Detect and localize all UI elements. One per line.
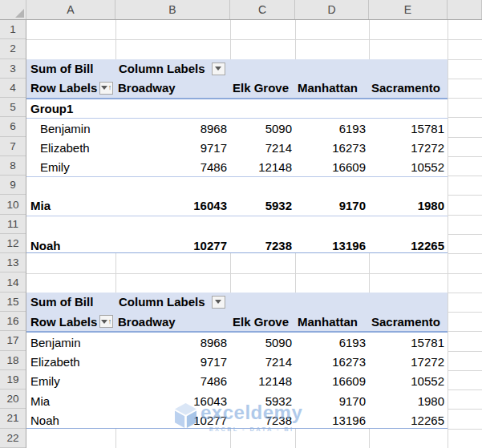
row-header-22[interactable]: 22 bbox=[0, 429, 26, 448]
pivot2-col-broadway[interactable]: Broadway bbox=[115, 312, 230, 331]
row-header-9[interactable]: 9 bbox=[0, 176, 26, 195]
row-header-12[interactable]: 12 bbox=[0, 234, 26, 253]
pivot2-value-cell[interactable]: 9170 bbox=[295, 391, 369, 410]
pivot1-measure-label[interactable]: Sum of Bill bbox=[26, 59, 115, 79]
pivot2-value-cell[interactable]: 10552 bbox=[369, 372, 448, 391]
pivot1-value-cell[interactable]: 12265 bbox=[369, 236, 448, 255]
column-labels-filter-button[interactable] bbox=[212, 296, 225, 309]
pivot1-row-label[interactable]: Benjamin bbox=[26, 119, 115, 138]
pivot1-value-cell[interactable] bbox=[230, 99, 295, 118]
pivot2-value-cell[interactable]: 6193 bbox=[295, 333, 369, 352]
pivot2-value-cell[interactable]: 9717 bbox=[115, 353, 230, 372]
pivot2-value-cell[interactable]: 7238 bbox=[230, 410, 295, 430]
pivot2-value-cell[interactable]: 16273 bbox=[295, 353, 369, 372]
row-header-19[interactable]: 19 bbox=[0, 370, 26, 389]
pivot2-value-cell[interactable]: 15781 bbox=[369, 333, 448, 352]
pivot1-value-cell[interactable]: 9717 bbox=[115, 139, 230, 158]
row-header-16[interactable]: 16 bbox=[0, 312, 26, 331]
row-header-15[interactable]: 15 bbox=[0, 293, 26, 312]
pivot2-value-cell[interactable]: 17272 bbox=[369, 353, 448, 372]
pivot1-row-label[interactable]: Noah bbox=[26, 236, 115, 255]
pivot2-value-cell[interactable]: 16609 bbox=[295, 372, 369, 391]
row-header-20[interactable]: 20 bbox=[0, 389, 26, 409]
pivot1-row-label[interactable] bbox=[26, 216, 115, 236]
pivot1-value-cell[interactable] bbox=[230, 216, 295, 236]
pivot2-value-cell[interactable]: 1980 bbox=[369, 391, 448, 410]
column-header-d[interactable]: D bbox=[295, 0, 369, 19]
pivot1-value-cell[interactable]: 7238 bbox=[230, 236, 295, 255]
pivot2-col-manhattan[interactable]: Manhattan bbox=[295, 312, 369, 331]
pivot1-value-cell[interactable]: 9170 bbox=[295, 196, 369, 215]
pivot1-value-cell[interactable]: 16043 bbox=[115, 196, 230, 215]
pivot2-value-cell[interactable]: 12265 bbox=[369, 410, 448, 430]
row-header-2[interactable]: 2 bbox=[0, 39, 26, 59]
pivot1-value-cell[interactable]: 6193 bbox=[295, 119, 369, 138]
pivot2-value-cell[interactable]: 5932 bbox=[230, 391, 295, 410]
pivot2-value-cell[interactable]: 7486 bbox=[115, 372, 230, 391]
pivot1-row-label[interactable]: Elizabeth bbox=[26, 139, 115, 158]
pivot2-row-label[interactable]: Benjamin bbox=[26, 333, 115, 352]
pivot1-col-elk-grove[interactable]: Elk Grove bbox=[230, 79, 295, 98]
pivot1-row-label[interactable]: Group1 bbox=[26, 99, 115, 118]
pivot1-value-cell[interactable] bbox=[115, 177, 230, 196]
row-header-6[interactable]: 6 bbox=[0, 117, 26, 136]
pivot1-value-cell[interactable] bbox=[369, 177, 448, 196]
pivot1-row-labels-cell[interactable]: Row Labels ↑ bbox=[26, 79, 115, 98]
pivot1-value-cell[interactable]: 10277 bbox=[115, 236, 230, 255]
pivot1-value-cell[interactable]: 1980 bbox=[369, 196, 448, 215]
pivot1-col-sacramento[interactable]: Sacramento bbox=[369, 79, 448, 98]
pivot2-row-label[interactable]: Elizabeth bbox=[26, 353, 115, 372]
row-header-14[interactable]: 14 bbox=[0, 272, 26, 292]
row-labels-sort-filter-button[interactable]: ↑ bbox=[99, 82, 113, 95]
pivot1-value-cell[interactable]: 15781 bbox=[369, 119, 448, 138]
pivot1-value-cell[interactable] bbox=[295, 177, 369, 196]
column-header-a[interactable]: A bbox=[26, 0, 115, 19]
row-header-18[interactable]: 18 bbox=[0, 351, 26, 370]
pivot2-value-cell[interactable]: 8968 bbox=[115, 333, 230, 352]
pivot2-value-cell[interactable]: 12148 bbox=[230, 372, 295, 391]
pivot1-value-cell[interactable]: 17272 bbox=[369, 139, 448, 158]
pivot1-row-label[interactable]: Emily bbox=[26, 158, 115, 176]
row-header-7[interactable]: 7 bbox=[0, 137, 26, 156]
pivot1-col-broadway[interactable]: Broadway bbox=[115, 79, 230, 98]
row-labels-sort-filter-button[interactable]: ↑ bbox=[99, 315, 113, 328]
pivot1-value-cell[interactable] bbox=[369, 99, 448, 118]
column-header-partial[interactable] bbox=[448, 0, 482, 19]
row-header-1[interactable]: 1 bbox=[0, 20, 26, 39]
pivot1-value-cell[interactable] bbox=[115, 99, 230, 118]
column-header-b[interactable]: B bbox=[115, 0, 230, 19]
column-labels-filter-button[interactable] bbox=[212, 63, 225, 75]
pivot2-value-cell[interactable]: 7214 bbox=[230, 353, 295, 372]
column-header-c[interactable]: C bbox=[230, 0, 295, 19]
pivot1-value-cell[interactable] bbox=[295, 99, 369, 118]
row-header-5[interactable]: 5 bbox=[0, 98, 26, 117]
pivot1-value-cell[interactable]: 13196 bbox=[295, 236, 369, 255]
row-header-21[interactable]: 21 bbox=[0, 409, 26, 428]
pivot1-value-cell[interactable]: 5090 bbox=[230, 119, 295, 138]
row-header-13[interactable]: 13 bbox=[0, 253, 26, 272]
pivot1-value-cell[interactable] bbox=[369, 216, 448, 236]
pivot2-measure-label[interactable]: Sum of Bill bbox=[26, 293, 115, 312]
pivot2-row-label[interactable]: Noah bbox=[26, 410, 115, 430]
pivot1-value-cell[interactable]: 7214 bbox=[230, 139, 295, 158]
pivot1-column-labels-cell[interactable]: Column Labels bbox=[115, 59, 448, 79]
pivot2-value-cell[interactable]: 10277 bbox=[115, 410, 230, 430]
pivot1-value-cell[interactable] bbox=[295, 216, 369, 236]
row-header-10[interactable]: 10 bbox=[0, 195, 26, 214]
pivot1-value-cell[interactable]: 10552 bbox=[369, 158, 448, 176]
pivot2-col-sacramento[interactable]: Sacramento bbox=[369, 312, 448, 331]
pivot2-column-labels-cell[interactable]: Column Labels bbox=[115, 293, 448, 312]
row-header-11[interactable]: 11 bbox=[0, 215, 26, 234]
row-header-17[interactable]: 17 bbox=[0, 331, 26, 350]
pivot1-value-cell[interactable]: 5932 bbox=[230, 196, 295, 215]
pivot2-row-label[interactable]: Emily bbox=[26, 372, 115, 391]
pivot2-row-labels-cell[interactable]: Row Labels ↑ bbox=[26, 312, 115, 331]
select-all-corner[interactable] bbox=[0, 0, 26, 19]
pivot1-value-cell[interactable] bbox=[230, 177, 295, 196]
pivot2-value-cell[interactable]: 5090 bbox=[230, 333, 295, 352]
pivot2-row-label[interactable]: Mia bbox=[26, 391, 115, 410]
pivot2-col-elk-grove[interactable]: Elk Grove bbox=[230, 312, 295, 331]
pivot1-row-label[interactable]: Mia bbox=[26, 196, 115, 215]
pivot1-value-cell[interactable]: 7486 bbox=[115, 158, 230, 176]
column-header-e[interactable]: E bbox=[369, 0, 448, 19]
